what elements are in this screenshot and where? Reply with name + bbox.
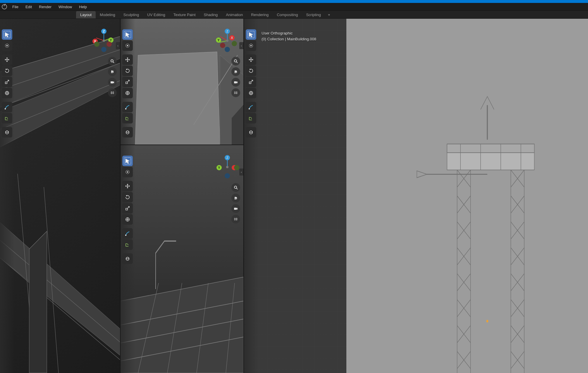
axis-neg-x-icon[interactable] (106, 42, 112, 47)
tab-sculpting[interactable]: Sculpting (119, 11, 143, 18)
tab-uv-editing[interactable]: UV Editing (143, 11, 169, 18)
viewport-info: User Orthographic (0) Collection | MainB… (262, 30, 316, 42)
tool-add-primitive[interactable] (122, 127, 133, 137)
tool-rotate[interactable] (2, 66, 12, 76)
nav-zoom-icon[interactable] (231, 183, 240, 192)
menu-file[interactable]: File (9, 4, 21, 10)
tool-measure[interactable] (246, 113, 256, 123)
viewport-4[interactable]: ▾ Object Mode▾ View Select Add Object ▾ (244, 19, 588, 373)
menu-render[interactable]: Render (36, 4, 54, 10)
viewport-3[interactable]: ▾ Global▾ ▾ ▾ ▾ Object Mode▾ View (121, 145, 243, 373)
axis-y-icon[interactable]: Y (216, 37, 221, 43)
nav-pan-icon[interactable] (231, 194, 240, 202)
nav-grid-icon[interactable] (231, 88, 240, 97)
viewport-2-nav (231, 57, 241, 97)
tab-animation[interactable]: Animation (222, 11, 247, 18)
nav-camera-icon[interactable] (231, 204, 240, 213)
axis-neg-y-icon[interactable] (232, 41, 237, 46)
nav-pan-icon[interactable] (231, 67, 240, 76)
svg-line-106 (236, 188, 238, 189)
svg-line-28 (0, 258, 120, 360)
tool-transform[interactable] (122, 88, 133, 98)
tool-select-box[interactable] (122, 156, 133, 166)
viewport-1-axis-gizmo[interactable]: X Y Z (94, 30, 114, 51)
tool-select-box[interactable] (246, 29, 256, 40)
sidebar-collapse-chevron-icon[interactable]: ‹ (239, 42, 243, 49)
tool-transform[interactable] (122, 214, 133, 225)
axis-z-icon[interactable]: Z (225, 29, 230, 34)
tab-rendering[interactable]: Rendering (247, 11, 273, 18)
svg-rect-130 (249, 82, 251, 84)
tool-move[interactable] (122, 54, 133, 65)
tool-measure[interactable] (2, 113, 12, 123)
axis-neg-z-icon[interactable] (225, 173, 230, 178)
viewport-2[interactable]: ▾ Global▾ ▾ ▾ ▾ Object Mode▾ View (121, 19, 243, 145)
nav-zoom-icon[interactable] (231, 57, 240, 66)
axis-neg-y-icon[interactable] (234, 165, 239, 170)
tool-move[interactable] (2, 54, 12, 65)
tool-select-box[interactable] (2, 29, 12, 40)
tool-move[interactable] (122, 181, 133, 191)
tool-measure[interactable] (122, 113, 133, 123)
tool-scale[interactable] (246, 77, 256, 87)
axis-neg-y-icon[interactable] (94, 42, 99, 47)
axis-x-icon[interactable]: X (229, 35, 235, 40)
viewport-2-axis-gizmo[interactable]: X Y Z (217, 30, 238, 51)
tool-move[interactable] (246, 54, 256, 65)
viewport-info-line2: (0) Collection | MainBuilding.008 (262, 36, 316, 42)
nav-grid-icon[interactable] (231, 215, 240, 224)
axis-neg-x-icon[interactable] (220, 43, 225, 48)
axis-z-icon[interactable]: Z (101, 29, 106, 34)
tab-modeling[interactable]: Modeling (96, 11, 119, 18)
svg-rect-39 (111, 81, 113, 83)
tool-annotate[interactable] (122, 228, 133, 239)
menu-edit[interactable]: Edit (23, 4, 35, 10)
tool-annotate[interactable] (246, 102, 256, 112)
tool-add-primitive[interactable] (2, 127, 12, 137)
tool-transform[interactable] (246, 88, 256, 98)
menu-help[interactable]: Help (76, 4, 90, 10)
tool-scale[interactable] (122, 203, 133, 214)
sidebar-collapse-chevron-icon[interactable]: ‹ (116, 42, 120, 49)
axis-z-icon[interactable]: Z (225, 155, 230, 160)
tool-cursor[interactable] (122, 167, 133, 177)
tool-transform[interactable] (2, 88, 12, 98)
tool-select-box[interactable] (122, 29, 133, 40)
viewport-4-canvas[interactable] (244, 19, 588, 373)
axis-neg-z-icon[interactable] (101, 47, 106, 52)
viewport-3-canvas[interactable] (121, 145, 243, 373)
axis-neg-z-icon[interactable] (225, 47, 230, 52)
tool-scale[interactable] (122, 77, 133, 87)
menu-window[interactable]: Window (56, 4, 75, 10)
viewport-3-axis-gizmo[interactable]: Y Z (217, 157, 238, 177)
tool-annotate[interactable] (2, 102, 12, 112)
viewport-1[interactable]: ▾ Global▾ ▾ ▾ ▾ Object Mode▾ V (0, 19, 120, 373)
nav-camera-icon[interactable] (108, 78, 117, 87)
tab-add[interactable]: + (325, 11, 333, 18)
viewport-1-canvas[interactable] (0, 19, 120, 373)
tab-scripting[interactable]: Scripting (302, 11, 325, 18)
tool-rotate[interactable] (122, 192, 133, 202)
tool-scale[interactable] (2, 77, 12, 87)
top-menu: File Edit Render Window Help (0, 3, 588, 11)
nav-pan-icon[interactable] (108, 67, 117, 76)
tab-layout[interactable]: Layout (76, 11, 96, 18)
tool-rotate[interactable] (246, 66, 256, 76)
tool-add-primitive[interactable] (246, 127, 256, 137)
tab-texture-paint[interactable]: Texture Paint (169, 11, 200, 18)
tab-shading[interactable]: Shading (200, 11, 222, 18)
svg-line-38 (113, 62, 114, 63)
nav-camera-icon[interactable] (231, 78, 240, 87)
tool-add-primitive[interactable] (122, 253, 133, 264)
nav-zoom-icon[interactable] (108, 57, 117, 66)
tool-annotate[interactable] (122, 102, 133, 112)
sidebar-collapse-chevron-icon[interactable]: ‹ (239, 169, 243, 176)
tool-rotate[interactable] (122, 66, 133, 76)
tool-cursor[interactable] (2, 40, 12, 51)
axis-y-icon[interactable]: Y (216, 165, 222, 170)
tool-measure[interactable] (122, 239, 133, 250)
tool-cursor[interactable] (246, 40, 256, 51)
tool-cursor[interactable] (122, 40, 133, 51)
nav-grid-icon[interactable] (108, 88, 117, 97)
tab-compositing[interactable]: Compositing (273, 11, 302, 18)
